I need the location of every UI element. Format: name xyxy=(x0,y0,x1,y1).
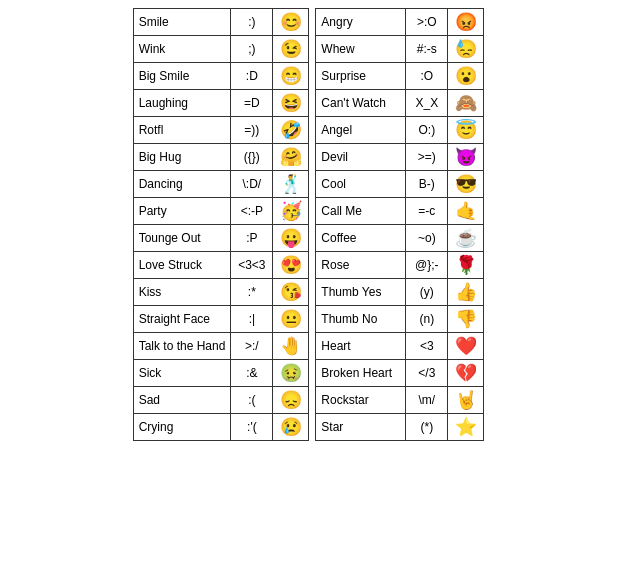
emoji-code: =-c xyxy=(406,198,448,225)
emoji-code: @};- xyxy=(406,252,448,279)
emoji-icon: 🥳 xyxy=(273,198,309,225)
emoji-code: :O xyxy=(406,63,448,90)
emoji-icon: 🤙 xyxy=(448,198,484,225)
emoji-icon: 😘 xyxy=(273,279,309,306)
emoji-name: Star xyxy=(316,414,406,441)
table-row: Tounge Out:P😛 xyxy=(133,225,309,252)
emoji-name: Laughing xyxy=(133,90,231,117)
emoji-code: </3 xyxy=(406,360,448,387)
emoji-icon: ⭐ xyxy=(448,414,484,441)
table-row: Thumb No(n)👎 xyxy=(316,306,484,333)
emoji-icon: ☕ xyxy=(448,225,484,252)
emoji-icon: 😉 xyxy=(273,36,309,63)
table-row: Thumb Yes(y)👍 xyxy=(316,279,484,306)
emoji-icon: 😍 xyxy=(273,252,309,279)
emoji-name: Straight Face xyxy=(133,306,231,333)
emoji-icon: 😢 xyxy=(273,414,309,441)
table-row: Big Hug({})🤗 xyxy=(133,144,309,171)
table-row: Call Me=-c🤙 xyxy=(316,198,484,225)
table-row: Wink;)😉 xyxy=(133,36,309,63)
emoji-code: \:D/ xyxy=(231,171,273,198)
table-row: Smile:)😊 xyxy=(133,9,309,36)
emoji-icon: 😇 xyxy=(448,117,484,144)
emoji-name: Big Hug xyxy=(133,144,231,171)
table-row: Star(*)⭐ xyxy=(316,414,484,441)
emoji-code: :'( xyxy=(231,414,273,441)
emoji-code: >:O xyxy=(406,9,448,36)
emoji-code: ({}) xyxy=(231,144,273,171)
emoji-code: :) xyxy=(231,9,273,36)
emoji-name: Talk to the Hand xyxy=(133,333,231,360)
emoji-name: Heart xyxy=(316,333,406,360)
emoji-table-right: Angry>:O😡Whew#:-s😓Surprise:O😮Can't Watch… xyxy=(315,8,484,441)
table-row: Whew#:-s😓 xyxy=(316,36,484,63)
emoji-code: ;) xyxy=(231,36,273,63)
emoji-icon: 😆 xyxy=(273,90,309,117)
emoji-name: Sick xyxy=(133,360,231,387)
emoji-name: Thumb No xyxy=(316,306,406,333)
emoji-name: Angel xyxy=(316,117,406,144)
emoji-icon: 😐 xyxy=(273,306,309,333)
emoji-icon: 🕺 xyxy=(273,171,309,198)
emoji-icon: 🤢 xyxy=(273,360,309,387)
emoji-code: :( xyxy=(231,387,273,414)
emoji-table-left: Smile:)😊Wink;)😉Big Smile:D😁Laughing=D😆Ro… xyxy=(133,8,310,441)
table-row: CoolB-)😎 xyxy=(316,171,484,198)
table-row: Dancing\:D/🕺 xyxy=(133,171,309,198)
emoji-icon: 🤘 xyxy=(448,387,484,414)
emoji-code: (n) xyxy=(406,306,448,333)
emoji-icon: 🙈 xyxy=(448,90,484,117)
emoji-name: Coffee xyxy=(316,225,406,252)
emoji-code: ~o) xyxy=(406,225,448,252)
emoji-icon: 😈 xyxy=(448,144,484,171)
table-row: Broken Heart</3💔 xyxy=(316,360,484,387)
emoji-icon: 😮 xyxy=(448,63,484,90)
emoji-icon: 👎 xyxy=(448,306,484,333)
table-row: Coffee~o)☕ xyxy=(316,225,484,252)
table-row: Big Smile:D😁 xyxy=(133,63,309,90)
table-row: Kiss:*😘 xyxy=(133,279,309,306)
emoji-name: Wink xyxy=(133,36,231,63)
emoji-code: X_X xyxy=(406,90,448,117)
emoji-code: <:-P xyxy=(231,198,273,225)
emoji-code: (*) xyxy=(406,414,448,441)
emoji-name: Crying xyxy=(133,414,231,441)
emoji-name: Whew xyxy=(316,36,406,63)
table-row: Straight Face:|😐 xyxy=(133,306,309,333)
emoji-icon: 😛 xyxy=(273,225,309,252)
table-row: Angry>:O😡 xyxy=(316,9,484,36)
emoji-icon: 👍 xyxy=(448,279,484,306)
emoji-name: Devil xyxy=(316,144,406,171)
emoji-code: <3 xyxy=(406,333,448,360)
emoji-name: Angry xyxy=(316,9,406,36)
table-row: Talk to the Hand>:/🤚 xyxy=(133,333,309,360)
emoji-icon: 🤣 xyxy=(273,117,309,144)
emoji-name: Thumb Yes xyxy=(316,279,406,306)
emoji-code: <3<3 xyxy=(231,252,273,279)
emoji-icon: 😓 xyxy=(448,36,484,63)
emoji-name: Broken Heart xyxy=(316,360,406,387)
emoji-code: =D xyxy=(231,90,273,117)
emoji-icon: 💔 xyxy=(448,360,484,387)
emoji-code: :* xyxy=(231,279,273,306)
emoji-name: Rose xyxy=(316,252,406,279)
emoji-code: (y) xyxy=(406,279,448,306)
emoji-name: Dancing xyxy=(133,171,231,198)
emoji-name: Big Smile xyxy=(133,63,231,90)
emoji-icon: ❤️ xyxy=(448,333,484,360)
emoji-name: Can't Watch xyxy=(316,90,406,117)
table-row: AngelO:)😇 xyxy=(316,117,484,144)
emoji-name: Rockstar xyxy=(316,387,406,414)
emoji-code: :D xyxy=(231,63,273,90)
emoji-name: Kiss xyxy=(133,279,231,306)
emoji-code: =)) xyxy=(231,117,273,144)
emoji-icon: 😞 xyxy=(273,387,309,414)
emoji-code: B-) xyxy=(406,171,448,198)
emoji-icon: 🌹 xyxy=(448,252,484,279)
table-row: Rockstar\m/🤘 xyxy=(316,387,484,414)
emoji-code: :| xyxy=(231,306,273,333)
emoji-icon: 😎 xyxy=(448,171,484,198)
table-row: Heart<3❤️ xyxy=(316,333,484,360)
table-row: Sick:&🤢 xyxy=(133,360,309,387)
table-row: Can't WatchX_X🙈 xyxy=(316,90,484,117)
